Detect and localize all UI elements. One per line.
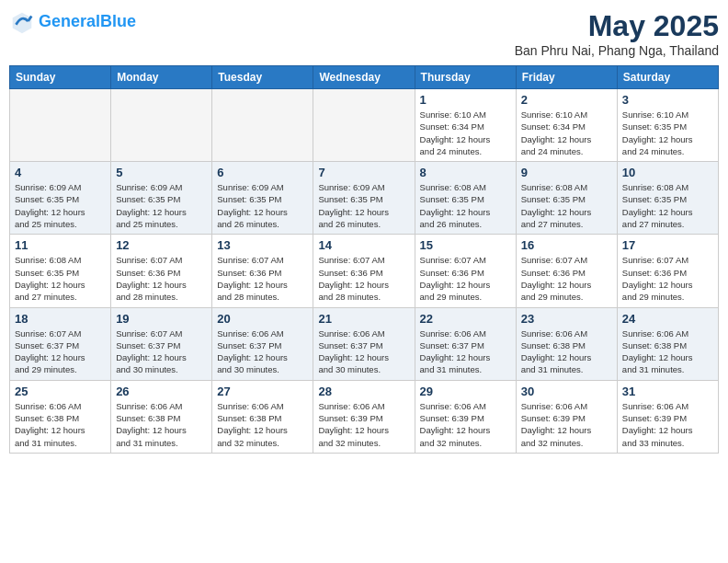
day-info: Sunrise: 6:07 AM Sunset: 6:37 PM Dayligh… <box>116 327 207 376</box>
page-header: GeneralBlue May 2025 Ban Phru Nai, Phang… <box>9 9 719 58</box>
calendar-cell: 15Sunrise: 6:07 AM Sunset: 6:36 PM Dayli… <box>415 235 516 307</box>
calendar-cell: 14Sunrise: 6:07 AM Sunset: 6:36 PM Dayli… <box>313 235 415 307</box>
day-number: 17 <box>622 238 713 252</box>
calendar-cell: 29Sunrise: 6:06 AM Sunset: 6:39 PM Dayli… <box>415 380 516 453</box>
day-number: 3 <box>622 93 713 107</box>
day-info: Sunrise: 6:09 AM Sunset: 6:35 PM Dayligh… <box>318 181 409 230</box>
day-number: 15 <box>420 238 511 252</box>
day-info: Sunrise: 6:06 AM Sunset: 6:39 PM Dayligh… <box>318 400 409 449</box>
calendar-cell: 26Sunrise: 6:06 AM Sunset: 6:38 PM Dayli… <box>111 380 212 453</box>
weekday-header-row: SundayMondayTuesdayWednesdayThursdayFrid… <box>10 66 719 89</box>
calendar-cell: 22Sunrise: 6:06 AM Sunset: 6:37 PM Dayli… <box>415 307 516 380</box>
calendar-cell: 16Sunrise: 6:07 AM Sunset: 6:36 PM Dayli… <box>516 235 617 307</box>
day-info: Sunrise: 6:07 AM Sunset: 6:36 PM Dayligh… <box>318 254 409 303</box>
weekday-header-tuesday: Tuesday <box>212 66 313 89</box>
day-number: 18 <box>15 312 106 326</box>
day-info: Sunrise: 6:07 AM Sunset: 6:36 PM Dayligh… <box>217 254 308 303</box>
calendar-cell: 7Sunrise: 6:09 AM Sunset: 6:35 PM Daylig… <box>313 162 415 235</box>
day-number: 14 <box>318 238 409 252</box>
day-info: Sunrise: 6:06 AM Sunset: 6:39 PM Dayligh… <box>420 400 511 449</box>
logo-text: GeneralBlue <box>39 13 136 31</box>
day-number: 16 <box>521 238 612 252</box>
calendar-cell: 8Sunrise: 6:08 AM Sunset: 6:35 PM Daylig… <box>415 162 516 235</box>
day-number: 10 <box>622 166 713 179</box>
day-number: 7 <box>318 166 409 179</box>
day-info: Sunrise: 6:06 AM Sunset: 6:38 PM Dayligh… <box>622 327 713 376</box>
day-info: Sunrise: 6:10 AM Sunset: 6:35 PM Dayligh… <box>622 109 713 157</box>
calendar-cell: 10Sunrise: 6:08 AM Sunset: 6:35 PM Dayli… <box>617 162 718 235</box>
day-number: 2 <box>521 93 612 107</box>
calendar-cell: 27Sunrise: 6:06 AM Sunset: 6:38 PM Dayli… <box>212 380 313 453</box>
calendar-cell: 2Sunrise: 6:10 AM Sunset: 6:34 PM Daylig… <box>516 89 617 162</box>
calendar-cell <box>212 89 313 162</box>
day-info: Sunrise: 6:06 AM Sunset: 6:37 PM Dayligh… <box>217 327 308 376</box>
calendar-week-3: 11Sunrise: 6:08 AM Sunset: 6:35 PM Dayli… <box>10 235 719 307</box>
day-number: 26 <box>116 385 207 398</box>
day-number: 27 <box>217 385 308 398</box>
day-number: 13 <box>217 238 308 252</box>
weekday-header-saturday: Saturday <box>617 66 718 89</box>
weekday-header-friday: Friday <box>516 66 617 89</box>
calendar-cell: 12Sunrise: 6:07 AM Sunset: 6:36 PM Dayli… <box>111 235 212 307</box>
calendar-cell: 13Sunrise: 6:07 AM Sunset: 6:36 PM Dayli… <box>212 235 313 307</box>
day-number: 1 <box>420 93 511 107</box>
day-info: Sunrise: 6:07 AM Sunset: 6:36 PM Dayligh… <box>622 254 713 303</box>
day-info: Sunrise: 6:06 AM Sunset: 6:38 PM Dayligh… <box>116 400 207 449</box>
logo-icon <box>9 9 35 35</box>
day-info: Sunrise: 6:07 AM Sunset: 6:36 PM Dayligh… <box>116 254 207 303</box>
day-number: 28 <box>318 385 409 398</box>
day-number: 24 <box>622 312 713 326</box>
day-info: Sunrise: 6:09 AM Sunset: 6:35 PM Dayligh… <box>116 181 207 230</box>
weekday-header-wednesday: Wednesday <box>313 66 415 89</box>
day-number: 29 <box>420 385 511 398</box>
calendar-cell: 18Sunrise: 6:07 AM Sunset: 6:37 PM Dayli… <box>10 307 111 380</box>
day-info: Sunrise: 6:08 AM Sunset: 6:35 PM Dayligh… <box>420 181 511 230</box>
day-info: Sunrise: 6:07 AM Sunset: 6:36 PM Dayligh… <box>521 254 612 303</box>
logo: GeneralBlue <box>9 9 136 35</box>
day-info: Sunrise: 6:07 AM Sunset: 6:37 PM Dayligh… <box>15 327 106 376</box>
day-number: 20 <box>217 312 308 326</box>
calendar-cell <box>10 89 111 162</box>
day-number: 21 <box>318 312 409 326</box>
weekday-header-sunday: Sunday <box>10 66 111 89</box>
day-info: Sunrise: 6:06 AM Sunset: 6:37 PM Dayligh… <box>420 327 511 376</box>
weekday-header-thursday: Thursday <box>415 66 516 89</box>
day-info: Sunrise: 6:08 AM Sunset: 6:35 PM Dayligh… <box>521 181 612 230</box>
calendar-cell: 6Sunrise: 6:09 AM Sunset: 6:35 PM Daylig… <box>212 162 313 235</box>
calendar-table: SundayMondayTuesdayWednesdayThursdayFrid… <box>9 65 719 454</box>
title-block: May 2025 Ban Phru Nai, Phang Nga, Thaila… <box>515 9 719 58</box>
day-number: 23 <box>521 312 612 326</box>
calendar-cell: 25Sunrise: 6:06 AM Sunset: 6:38 PM Dayli… <box>10 380 111 453</box>
day-number: 8 <box>420 166 511 179</box>
calendar-cell: 17Sunrise: 6:07 AM Sunset: 6:36 PM Dayli… <box>617 235 718 307</box>
day-number: 5 <box>116 166 207 179</box>
day-info: Sunrise: 6:08 AM Sunset: 6:35 PM Dayligh… <box>15 254 106 303</box>
calendar-week-4: 18Sunrise: 6:07 AM Sunset: 6:37 PM Dayli… <box>10 307 719 380</box>
calendar-cell <box>313 89 415 162</box>
calendar-week-1: 1Sunrise: 6:10 AM Sunset: 6:34 PM Daylig… <box>10 89 719 162</box>
day-info: Sunrise: 6:06 AM Sunset: 6:39 PM Dayligh… <box>622 400 713 449</box>
day-number: 25 <box>15 385 106 398</box>
svg-marker-0 <box>13 13 32 33</box>
day-info: Sunrise: 6:10 AM Sunset: 6:34 PM Dayligh… <box>521 109 612 157</box>
calendar-cell: 1Sunrise: 6:10 AM Sunset: 6:34 PM Daylig… <box>415 89 516 162</box>
calendar-cell: 3Sunrise: 6:10 AM Sunset: 6:35 PM Daylig… <box>617 89 718 162</box>
day-info: Sunrise: 6:06 AM Sunset: 6:38 PM Dayligh… <box>521 327 612 376</box>
weekday-header-monday: Monday <box>111 66 212 89</box>
day-number: 22 <box>420 312 511 326</box>
day-number: 4 <box>15 166 106 179</box>
day-info: Sunrise: 6:08 AM Sunset: 6:35 PM Dayligh… <box>622 181 713 230</box>
day-number: 9 <box>521 166 612 179</box>
logo-line2: Blue <box>100 12 136 30</box>
day-number: 6 <box>217 166 308 179</box>
day-info: Sunrise: 6:06 AM Sunset: 6:38 PM Dayligh… <box>217 400 308 449</box>
calendar-cell: 24Sunrise: 6:06 AM Sunset: 6:38 PM Dayli… <box>617 307 718 380</box>
calendar-cell: 5Sunrise: 6:09 AM Sunset: 6:35 PM Daylig… <box>111 162 212 235</box>
logo-line1: General <box>39 12 100 30</box>
calendar-cell: 9Sunrise: 6:08 AM Sunset: 6:35 PM Daylig… <box>516 162 617 235</box>
calendar-cell: 19Sunrise: 6:07 AM Sunset: 6:37 PM Dayli… <box>111 307 212 380</box>
calendar-cell: 30Sunrise: 6:06 AM Sunset: 6:39 PM Dayli… <box>516 380 617 453</box>
day-number: 12 <box>116 238 207 252</box>
location: Ban Phru Nai, Phang Nga, Thailand <box>515 43 719 58</box>
calendar-cell: 11Sunrise: 6:08 AM Sunset: 6:35 PM Dayli… <box>10 235 111 307</box>
